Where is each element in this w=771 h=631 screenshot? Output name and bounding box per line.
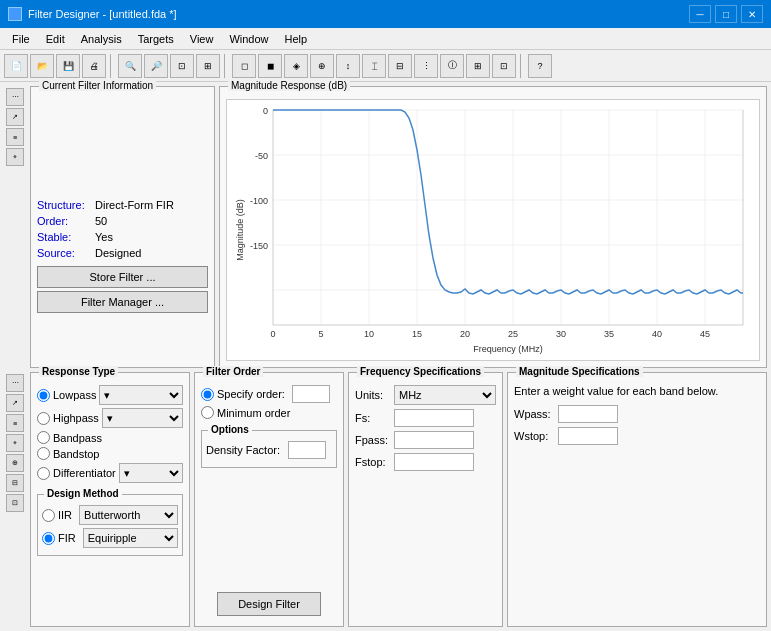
sidebar-bottom-btn-7[interactable]: ⊡: [6, 494, 24, 512]
filter-manager-button[interactable]: Filter Manager ...: [37, 291, 208, 313]
fs-row: Fs: 100: [355, 409, 496, 427]
svg-text:Frequency (MHz): Frequency (MHz): [473, 344, 543, 354]
new-button[interactable]: 📄: [4, 54, 28, 78]
stable-row: Stable: Yes: [37, 231, 208, 243]
close-button[interactable]: ✕: [741, 5, 763, 23]
differentiator-dropdown[interactable]: ▾: [119, 463, 183, 483]
specify-order-input[interactable]: 50: [292, 385, 330, 403]
tool10-button[interactable]: ⊞: [466, 54, 490, 78]
stable-label: Stable:: [37, 231, 95, 243]
iir-type-dropdown[interactable]: Butterworth: [79, 505, 178, 525]
sidebar-bottom-btn-1[interactable]: ⋯: [6, 374, 24, 392]
structure-label: Structure:: [37, 199, 95, 211]
wstop-input[interactable]: 1: [558, 427, 618, 445]
highpass-radio[interactable]: [37, 412, 50, 425]
lowpass-radio[interactable]: [37, 389, 50, 402]
tool7-button[interactable]: ⊟: [388, 54, 412, 78]
tool4-button[interactable]: ⊕: [310, 54, 334, 78]
toolbar-sep-1: [110, 54, 114, 78]
menu-view[interactable]: View: [182, 31, 222, 47]
density-input[interactable]: 20: [288, 441, 326, 459]
top-panels: ⋯ ↗ ≡ ⌖ Current Filter Information Struc…: [0, 82, 771, 372]
tool9-button[interactable]: Ⓘ: [440, 54, 464, 78]
highpass-dropdown[interactable]: ▾: [102, 408, 183, 428]
save-button[interactable]: 💾: [56, 54, 80, 78]
freq-spec-title: Frequency Specifications: [357, 366, 484, 377]
chart-panel: Magnitude Response (dB): [219, 86, 767, 368]
menu-targets[interactable]: Targets: [130, 31, 182, 47]
wpass-input[interactable]: 1: [558, 405, 618, 423]
fs-label: Fs:: [355, 412, 390, 424]
bandpass-radio[interactable]: [37, 431, 50, 444]
fpass-input[interactable]: 2: [394, 431, 474, 449]
sidebar-bottom-btn-4[interactable]: ⌖: [6, 434, 24, 452]
svg-text:30: 30: [556, 329, 566, 339]
maximize-button[interactable]: □: [715, 5, 737, 23]
window-title: Filter Designer - [untitled.fda *]: [28, 8, 177, 20]
minimum-order-radio[interactable]: [201, 406, 214, 419]
design-filter-button[interactable]: Design Filter: [217, 592, 321, 616]
tool2-button[interactable]: ◼: [258, 54, 282, 78]
iir-radio[interactable]: [42, 509, 55, 522]
svg-text:10: 10: [364, 329, 374, 339]
units-label: Units:: [355, 389, 390, 401]
tool8-button[interactable]: ⋮: [414, 54, 438, 78]
zoom-in-button[interactable]: 🔍: [118, 54, 142, 78]
density-factor-row: Density Factor: 20: [206, 441, 332, 459]
menu-file[interactable]: File: [4, 31, 38, 47]
tool3-button[interactable]: ◈: [284, 54, 308, 78]
toolbar-sep-2: [224, 54, 228, 78]
zoom-reset-button[interactable]: ⊡: [170, 54, 194, 78]
differentiator-row: Differentiator ▾: [37, 463, 183, 483]
bandstop-radio[interactable]: [37, 447, 50, 460]
svg-text:0: 0: [270, 329, 275, 339]
bottom-controls: ⋯ ↗ ≡ ⌖ ⊕ ⊟ ⊡ Response Type Lowpass ▾ Hi…: [0, 372, 771, 631]
fir-label: FIR: [58, 532, 76, 544]
filter-order-title: Filter Order: [203, 366, 263, 377]
menu-edit[interactable]: Edit: [38, 31, 73, 47]
differentiator-radio[interactable]: [37, 467, 50, 480]
units-dropdown[interactable]: MHz: [394, 385, 496, 405]
sidebar-btn-3[interactable]: ≡: [6, 128, 24, 146]
print-button[interactable]: 🖨: [82, 54, 106, 78]
specify-order-radio[interactable]: [201, 388, 214, 401]
sidebar-bottom-btn-2[interactable]: ↗: [6, 394, 24, 412]
sidebar-btn-2[interactable]: ↗: [6, 108, 24, 126]
store-filter-button[interactable]: Store Filter ...: [37, 266, 208, 288]
svg-text:25: 25: [508, 329, 518, 339]
open-button[interactable]: 📂: [30, 54, 54, 78]
help-button[interactable]: ?: [528, 54, 552, 78]
mag-spec-description: Enter a weight value for each band below…: [514, 385, 760, 397]
minimize-button[interactable]: ─: [689, 5, 711, 23]
lowpass-row: Lowpass ▾: [37, 385, 183, 405]
menu-analysis[interactable]: Analysis: [73, 31, 130, 47]
sidebar-bottom-btn-3[interactable]: ≡: [6, 414, 24, 432]
lowpass-dropdown[interactable]: ▾: [99, 385, 183, 405]
structure-value: Direct-Form FIR: [95, 199, 174, 211]
menu-window[interactable]: Window: [221, 31, 276, 47]
fir-type-dropdown[interactable]: Equiripple: [83, 528, 178, 548]
sidebar-bottom-btn-5[interactable]: ⊕: [6, 454, 24, 472]
toolbar-sep-3: [520, 54, 524, 78]
filter-info-title: Current Filter Information: [39, 80, 156, 91]
tool1-button[interactable]: ◻: [232, 54, 256, 78]
fs-input[interactable]: 100: [394, 409, 474, 427]
sidebar-bottom-btn-6[interactable]: ⊟: [6, 474, 24, 492]
fir-radio[interactable]: [42, 532, 55, 545]
svg-text:45: 45: [700, 329, 710, 339]
tool6-button[interactable]: ⌶: [362, 54, 386, 78]
fstop-row: Fstop: 18: [355, 453, 496, 471]
sidebar-btn-1[interactable]: ⋯: [6, 88, 24, 106]
order-value: 50: [95, 215, 107, 227]
fpass-row: Fpass: 2: [355, 431, 496, 449]
sidebar-btn-4[interactable]: ⌖: [6, 148, 24, 166]
specify-order-row: Specify order: 50: [201, 385, 337, 403]
zoom-out-button[interactable]: 🔎: [144, 54, 168, 78]
svg-text:40: 40: [652, 329, 662, 339]
tool5-button[interactable]: ↕: [336, 54, 360, 78]
tool11-button[interactable]: ⊡: [492, 54, 516, 78]
menu-help[interactable]: Help: [277, 31, 316, 47]
svg-text:-100: -100: [250, 196, 268, 206]
fstop-input[interactable]: 18: [394, 453, 474, 471]
zoom-fit-button[interactable]: ⊞: [196, 54, 220, 78]
